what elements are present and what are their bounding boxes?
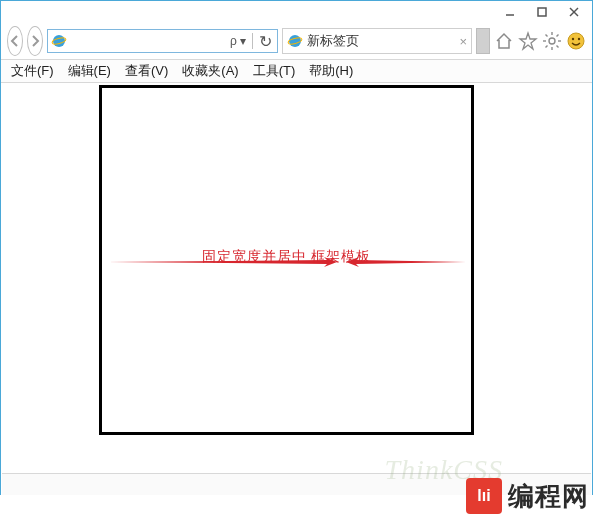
address-bar[interactable]: ρ ▾ ↻ <box>47 29 278 53</box>
svg-line-13 <box>546 35 548 37</box>
watermark-brand: lıi 编程网 <box>466 478 589 514</box>
address-input[interactable] <box>70 34 224 48</box>
menu-view[interactable]: 查看(V) <box>125 62 168 80</box>
svg-point-4 <box>53 35 65 47</box>
home-icon[interactable] <box>494 31 514 51</box>
brand-logo-icon: lıi <box>466 478 502 514</box>
forward-button[interactable] <box>27 26 43 56</box>
smiley-icon[interactable] <box>566 31 586 51</box>
svg-point-8 <box>549 38 555 44</box>
close-button[interactable] <box>558 2 590 22</box>
maximize-button[interactable] <box>526 2 558 22</box>
ie-logo-icon <box>48 33 70 49</box>
svg-line-15 <box>546 46 548 48</box>
page-viewport: 固定宽度并居中 框架模板 <box>2 85 591 471</box>
back-button[interactable] <box>7 26 23 56</box>
svg-point-18 <box>572 38 574 40</box>
menu-edit[interactable]: 编辑(E) <box>68 62 111 80</box>
menu-help[interactable]: 帮助(H) <box>309 62 353 80</box>
search-icon[interactable]: ρ ▾ <box>224 34 252 48</box>
new-tab-button[interactable] <box>476 28 490 54</box>
menu-file[interactable]: 文件(F) <box>11 62 54 80</box>
titlebar <box>1 1 592 23</box>
tab-ie-icon <box>287 33 303 49</box>
svg-rect-1 <box>538 8 546 16</box>
browser-tab[interactable]: 新标签页 × <box>282 28 472 54</box>
minimize-button[interactable] <box>494 2 526 22</box>
menu-bar: 文件(F) 编辑(E) 查看(V) 收藏夹(A) 工具(T) 帮助(H) <box>1 59 592 83</box>
menu-tools[interactable]: 工具(T) <box>253 62 296 80</box>
svg-point-19 <box>578 38 580 40</box>
svg-line-14 <box>557 46 559 48</box>
svg-line-16 <box>557 35 559 37</box>
arrow-right-icon <box>346 255 466 269</box>
ie-window: ρ ▾ ↻ 新标签页 × 文件( <box>0 0 593 495</box>
refresh-icon[interactable]: ↻ <box>253 32 277 51</box>
tab-close-icon[interactable]: × <box>459 34 467 49</box>
menu-favorites[interactable]: 收藏夹(A) <box>182 62 238 80</box>
centered-frame-demo: 固定宽度并居中 框架模板 <box>99 85 474 435</box>
brand-text: 编程网 <box>508 479 589 514</box>
svg-point-6 <box>289 35 301 47</box>
svg-point-17 <box>568 33 584 49</box>
tab-title: 新标签页 <box>307 32 455 50</box>
chrome-toolbar <box>494 31 586 51</box>
settings-gear-icon[interactable] <box>542 31 562 51</box>
nav-row: ρ ▾ ↻ 新标签页 × <box>1 23 592 59</box>
favorites-star-icon[interactable] <box>518 31 538 51</box>
